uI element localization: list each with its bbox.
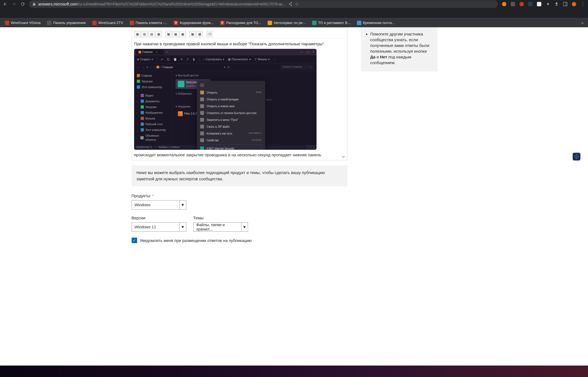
rename-icon: ✎ (181, 57, 183, 61)
editor-toolbar: ▦ ▥ ▤ ▦ ▦ ▦ ▦ ▦ ▦ ⌫ (134, 30, 345, 39)
ctx-item: ОткрытьEnter (197, 89, 265, 96)
notify-checkbox[interactable]: ✓ (132, 238, 137, 243)
es-search: Поиск в: Главная⌕ (281, 65, 314, 70)
bookmark-item[interactable]: WireGuard ZTV (90, 20, 126, 26)
close-icon: × (156, 50, 158, 54)
ext-icon-grid[interactable] (510, 2, 515, 7)
ext-icon-blue[interactable] (528, 2, 533, 7)
es-sidebar-item: ›Рабочий стол (134, 121, 172, 127)
delete-icon: 🗑 (193, 57, 195, 61)
es-create: ⊕ Создать ▾ (137, 57, 153, 61)
browser-chrome: answers.microsoft.com/ru-ru/newthread?l0… (0, 0, 588, 18)
downloads-icon[interactable] (554, 2, 559, 7)
es-quick-access: ▾ Быстрый доступ (176, 73, 313, 77)
panel-icon[interactable] (563, 2, 568, 7)
tb-table-6[interactable]: ▦ (172, 31, 179, 37)
es-sidebar-item: ›Изображения (134, 110, 172, 116)
lock-icon (32, 2, 36, 6)
es-sidebar-item: Загрузки (134, 79, 172, 84)
window-controls: —▢× (300, 50, 314, 54)
tb-table-9[interactable]: ▦ (196, 31, 203, 37)
chevron-down-icon: ▼ (179, 223, 186, 231)
resize-handle[interactable] (341, 154, 344, 157)
back-button[interactable] (3, 2, 8, 7)
es-toolbar: ⊕ Создать ▾ ✂ ⿻ 📋 ✎ ⇪ 🗑 ↕ Сортировать ▾ … (134, 55, 317, 64)
reload-button[interactable] (20, 2, 25, 7)
address-bar[interactable]: answers.microsoft.com/ru-ru/newthread?l0… (29, 0, 498, 8)
tb-table-7[interactable]: ▦ (179, 31, 186, 37)
tb-table-4[interactable]: ▦ (155, 31, 162, 37)
bookmark-item[interactable]: Панель клиента -... (127, 20, 170, 26)
es-sidebar-item: Главная (134, 73, 172, 79)
extensions-icon[interactable]: ✦ (545, 2, 550, 7)
bookmark-item[interactable]: Временная почта... (354, 20, 397, 26)
editor: ▦ ▥ ▤ ▦ ▦ ▦ ▦ ▦ ▦ ⌫ При нажатии в провод… (132, 27, 347, 160)
forward-button[interactable] (11, 2, 16, 7)
tb-table-8[interactable]: ▦ (189, 31, 196, 37)
up-icon: ↑ (150, 65, 152, 69)
ctx-item: Копировать как путьCtrl+Shift+C (197, 130, 265, 137)
notify-checkbox-row[interactable]: ✓ Уведомлять меня при размещении ответов… (132, 238, 347, 243)
es-sidebar-item: ›Документы (134, 98, 172, 104)
es-sidebar-item: ›Видео (134, 93, 172, 98)
help-float-button[interactable] (573, 153, 580, 160)
es-sidebar-item: Этот компьютер (134, 84, 172, 90)
tb-eraser[interactable]: ⌫ (206, 31, 213, 37)
star-icon[interactable]: ☆ (295, 1, 299, 7)
es-addressbar: ← → ▾ ↑ | › Главная ▾ ⟳ Поиск в: Главная… (134, 64, 317, 71)
topics-select[interactable]: Файлы, папки и хранил... ▼ (193, 222, 248, 232)
search-icon: ⌕ (311, 65, 312, 69)
es-breadcrumb: › Главная (156, 65, 173, 69)
es-dropzone: здесь (266, 98, 313, 102)
view-mode-icons (307, 146, 314, 149)
help-box: Помогите другим участника сообщества узн… (361, 27, 438, 71)
es-view: ▦ Просмотреть ▾ (228, 57, 251, 61)
svg-rect-0 (563, 2, 567, 6)
bookmark-item[interactable]: WireGuard VDsina (2, 20, 43, 26)
es-sidebar-item: ›Этот компьютер (134, 127, 172, 133)
es-filter: ▽ Фильтр ▾ (255, 57, 270, 61)
es-sidebar: ГлавнаяЗагрузкиЭтот компьютер›Видео›Доку… (134, 71, 172, 145)
paste-icon: 📋 (173, 57, 177, 61)
embedded-screenshot: Главная × + —▢× ⊕ Создать ▾ ✂ ⿻ 📋 ✎ ⇪ 🗑 … (134, 49, 317, 150)
editor-body[interactable]: При нажатии в проводнике правой кнопкой … (134, 41, 345, 158)
bookmarks-overflow[interactable]: » (579, 19, 586, 26)
ext-icon-red[interactable] (519, 2, 524, 7)
tb-table-2[interactable]: ▥ (141, 31, 148, 37)
ctx-item: Открепить от панели быстрого доступа (197, 110, 265, 116)
ctx-item: СвойстваAlt+Enter (197, 137, 265, 144)
menu-icon[interactable]: ⋮ (580, 2, 585, 7)
back-icon: ← (137, 65, 140, 69)
es-sidebar-item: ›Объемные объекты (134, 133, 172, 143)
more-icon: ⋯ (273, 57, 276, 61)
ctx-item: ESET Internet Security› (197, 145, 265, 150)
share-icon: ⇪ (187, 57, 189, 61)
bookmark-item[interactable]: Автосервис по ре... (265, 20, 308, 26)
forward-icon: → (142, 65, 144, 69)
es-titlebar: Главная × + —▢× (134, 49, 317, 55)
bookmarks-bar: WireGuard VDsinaПанель управленияWireGua… (0, 18, 588, 27)
tb-table-3[interactable]: ▤ (148, 31, 155, 37)
chevron-down-icon: ▼ (179, 201, 186, 209)
tb-table-5[interactable]: ▦ (165, 31, 172, 37)
bookmark-item[interactable]: ТО и регламент В... (309, 20, 353, 26)
es-sort: ↕ Сортировать ▾ (203, 57, 224, 61)
profile-icon[interactable] (572, 2, 577, 7)
bookmark-item[interactable]: DКодирование функ... (171, 20, 216, 26)
topics-label: Темы (193, 216, 248, 220)
nav-bar: answers.microsoft.com/ru-ru/newthread?l0… (0, 0, 588, 8)
share-icon[interactable] (288, 2, 292, 6)
home-icon (156, 66, 159, 68)
page-content: ▦ ▥ ▤ ▦ ▦ ▦ ▦ ▦ ▦ ⌫ При нажатии в провод… (0, 27, 588, 377)
versions-select[interactable]: Windows 11 ▼ (132, 222, 186, 232)
tb-table-1[interactable]: ▦ (134, 31, 141, 37)
es-sidebar-item: ›Загрузки (134, 104, 172, 110)
bookmark-item[interactable]: DРасходники для ТО... (217, 20, 264, 26)
new-tab-icon: + (166, 50, 168, 54)
ctx-item: Открыть в новой вкладке (197, 96, 265, 103)
bookmark-item[interactable]: Панель управления (44, 20, 88, 26)
products-select[interactable]: Windows ▼ (132, 200, 186, 210)
ext-icon-s[interactable] (537, 2, 542, 7)
ext-icon-shield[interactable] (502, 2, 507, 7)
chevron-down-icon: ▼ (241, 223, 247, 231)
